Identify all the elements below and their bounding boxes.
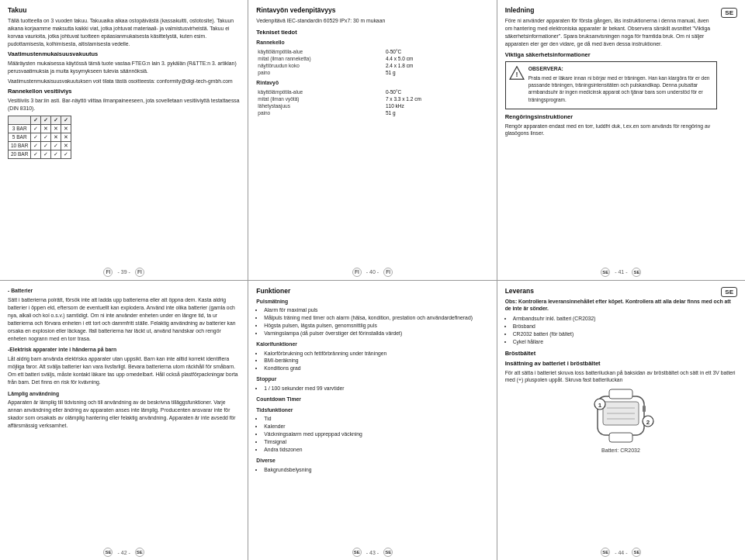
cleaning-title: Rengöringsinstruktioner <box>505 113 718 120</box>
rintavyo-label-2: mitat (ilman vyötä) <box>256 95 384 102</box>
puls-list: Alarm för maximal puls Målpuls träning m… <box>264 306 488 337</box>
leverans-item-4: Cykel hållare <box>513 338 737 346</box>
takuu-para1: Tällä tuotteella on 3 vuoden takuu. Taku… <box>8 17 240 47</box>
inledning-title: Inledning <box>505 6 718 14</box>
table-header-bar <box>9 116 31 124</box>
diverse-list: Bakgrundsbelysning <box>264 466 488 474</box>
panel1-footer: FI - 39 - FI <box>0 268 248 277</box>
kalori-title: Kalorifunktioner <box>256 340 488 348</box>
rannekello-label-1: käyttölämpötila-alue <box>256 48 384 55</box>
rintavyo-row-1: käyttölämpötila-alue 0-50°C <box>256 88 488 95</box>
p4-pagenum: - 42 - <box>117 550 130 555</box>
bar-label-5: 5 BAR <box>9 133 31 141</box>
bar-10-c2: ✓ <box>41 141 51 150</box>
rannekello-row-4: paino 51 g <box>256 69 488 76</box>
bar-5-c4: ✕ <box>61 133 71 141</box>
tids-item-2: Kalender <box>264 423 488 430</box>
panel2-footer: FI - 40 - FI <box>248 268 496 277</box>
warning-icon: ! <box>509 66 525 80</box>
rannekello-row-2: mitat (ilman ranneketta) 4.4 x 5.0 cm <box>256 55 488 62</box>
se-badge: SE <box>721 8 737 18</box>
bar-label-10: 10 BAR <box>9 141 31 150</box>
brostband-title: Bröstbältet <box>505 350 737 357</box>
rintavyo-val-4: 51 g <box>384 109 489 116</box>
bar-20-c2: ✓ <box>41 150 51 158</box>
rintavyo-label-1: käyttölämpötila-alue <box>256 88 384 95</box>
battery-diagram: 1 2 Batteri: CR2032 <box>505 389 737 458</box>
p5-flag2: SE <box>383 548 393 557</box>
takuu-title: Takuu <box>8 6 240 14</box>
leverans-list: Armbandsuhr inkl. batteri (CR2032) Brösb… <box>513 315 737 345</box>
rannekello-val-3: 2.4 x 1.8 cm <box>384 62 489 69</box>
table-header-snork: ✓ <box>41 116 51 124</box>
table-row-20bar: 20 BAR ✓ ✓ ✓ ✓ <box>9 150 71 158</box>
rintavyo-title: Rintavyön vedenpitävyys <box>256 6 488 14</box>
panel-rintavyo: Rintavyön vedenpitävyys Vedenpitävä IEC-… <box>248 0 497 280</box>
stoppur-title: Stoppur <box>256 375 488 383</box>
svg-text:1: 1 <box>598 402 602 409</box>
panel5-footer: SE - 43 - SE <box>248 548 496 557</box>
p6-flag2: SE <box>632 548 641 557</box>
top-row: Takuu Tällä tuotteella on 3 vuoden takuu… <box>0 0 745 281</box>
p6-pagenum: - 44 - <box>615 550 627 555</box>
rannekellon-title: Rannekellon vesitiiviys <box>8 88 240 95</box>
rannekello-label-2: mitat (ilman ranneketta) <box>256 55 384 62</box>
p4-flag2: SE <box>135 548 144 557</box>
panel-takuu: Takuu Tällä tuotteella on 3 vuoden takuu… <box>0 0 248 280</box>
table-row-3bar: 3 BAR ✓ ✕ ✕ ✕ <box>9 124 71 133</box>
puls-item-2: Målpuls träning med timer och alarm (häl… <box>264 314 488 322</box>
panel-leverans: Leverans SE Obs: Kontrollera leveransinn… <box>497 281 745 561</box>
bottom-row: - Batterier Sätt i batterierna polrätt, … <box>0 281 745 561</box>
bar-20-c4: ✓ <box>61 150 71 158</box>
countdown-title: Countdown Timer <box>256 396 488 403</box>
rannekello-section-title: Rannekello <box>256 39 488 47</box>
p4-flag: SE <box>103 548 113 557</box>
rintavyo-row-2: mitat (ilman vyötä) 7 x 3.3 x 1.2 cm <box>256 95 488 102</box>
table-row-10bar: 10 BAR ✓ ✓ ✓ ✕ <box>9 141 71 150</box>
tids-item-1: Tid <box>264 415 488 423</box>
funktioner-title: Funktioner <box>256 287 488 295</box>
rintavyo-row-4: paino 51 g <box>256 109 488 116</box>
bar-3-c4: ✕ <box>61 124 71 133</box>
electric-title: -Elektrisk apparater inte i händerna på … <box>8 346 240 354</box>
svg-rect-4 <box>609 433 632 442</box>
p5-flag: SE <box>352 548 362 557</box>
table-header-extra: ✓ <box>61 116 71 124</box>
kalori-item-2: BMI-beräkning <box>264 357 488 365</box>
rannekello-val-1: 0-50°C <box>384 48 489 55</box>
tidsfunk-title: Tidsfunktioner <box>256 406 488 414</box>
table-header-swim: ✓ <box>31 116 41 124</box>
panel4-footer: SE - 42 - SE <box>0 548 248 557</box>
warning-title: OBSERVERA: <box>528 65 714 73</box>
bar-3-c2: ✕ <box>41 124 51 133</box>
warning-content: OBSERVERA: Prata med er läkare innan ni … <box>528 65 714 105</box>
bar-20-c1: ✓ <box>31 150 41 158</box>
svg-text:Batteri: CR2032: Batteri: CR2032 <box>601 448 640 453</box>
rannekello-label-3: näyttöruudun koko <box>256 62 384 69</box>
svg-text:2: 2 <box>646 419 650 426</box>
warning-text: Prata med er läkare innan ni börjar med … <box>528 74 714 102</box>
leverans-title: Leverans <box>505 287 534 295</box>
rintavyo-val-2: 7 x 3.3 x 1.2 cm <box>384 95 489 102</box>
svg-rect-3 <box>609 389 632 399</box>
bar-10-c3: ✓ <box>51 141 61 150</box>
bar-label-3: 3 BAR <box>9 124 31 133</box>
diverse-item-1: Bakgrundsbelysning <box>264 466 488 474</box>
svg-text:!: ! <box>515 71 518 78</box>
bar-label-20: 20 BAR <box>9 150 31 158</box>
batterier-title: - Batterier <box>8 287 240 295</box>
warning-box: ! OBSERVERA: Prata med er läkare innan n… <box>505 61 718 109</box>
p3-flag: SE <box>601 268 610 277</box>
p6-flag: SE <box>601 548 610 557</box>
tidsfunk-list: Tid Kalender Väckningsalarm med uppreppa… <box>264 415 488 453</box>
kalori-list: Kalorförbrukning och fettförbränning und… <box>264 350 488 373</box>
cleaning-text: Rengör apparaten endast med en torr, lud… <box>505 123 718 138</box>
leverans-item-2: Brösband <box>513 323 737 330</box>
rannekello-val-4: 51 g <box>384 69 489 76</box>
panel6-footer: SE - 44 - SE <box>497 548 745 557</box>
bar-5-c2: ✓ <box>41 133 51 141</box>
bar-10-c4: ✕ <box>61 141 71 150</box>
rannekello-row-1: käyttölämpötila-alue 0-50°C <box>256 48 488 55</box>
panel-batterier: - Batterier Sätt i batterierna polrätt, … <box>0 281 248 561</box>
rannekellon-para: Vesitiiviis 3 bar:iin asti. Bar-näyttö v… <box>8 97 240 112</box>
